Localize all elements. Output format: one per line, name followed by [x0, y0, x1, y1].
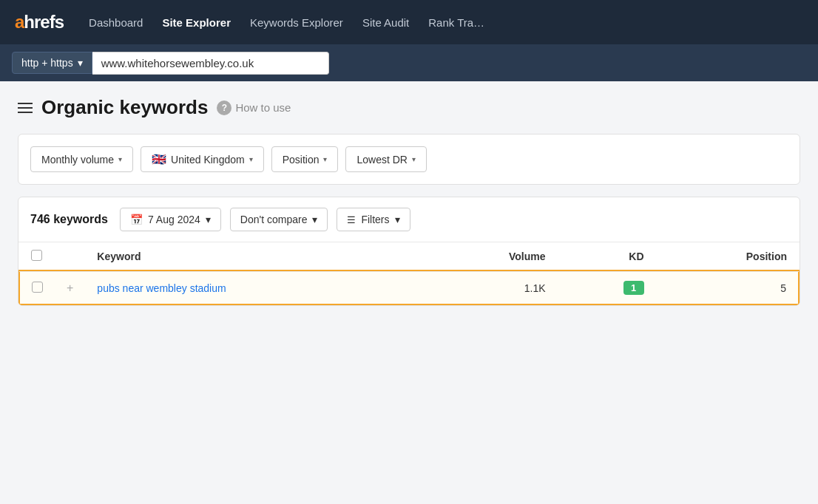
header-keyword: Keyword	[85, 242, 423, 271]
monthly-volume-label: Monthly volume	[41, 154, 114, 166]
header-plus-col	[55, 242, 85, 271]
lowest-dr-filter[interactable]: Lowest DR ▾	[345, 146, 426, 172]
page-header: Organic keywords ? How to use	[18, 96, 800, 119]
row-kd-cell: 1	[558, 271, 656, 304]
table-row: + pubs near wembley stadium 1.1K 1 5	[19, 271, 799, 304]
row-volume: 1.1K	[524, 282, 546, 294]
position-filter[interactable]: Position ▾	[271, 146, 339, 172]
keywords-table: Keyword Volume KD Position + pubs nea	[18, 242, 800, 305]
table-header-row: Keyword Volume KD Position	[19, 242, 799, 271]
header-kd: KD	[558, 242, 656, 271]
header-checkbox-col	[19, 242, 55, 271]
position-chevron-icon: ▾	[323, 155, 327, 163]
row-checkbox[interactable]	[32, 282, 43, 293]
table-section: 746 keywords 📅 7 Aug 2024 ▾ Don't compar…	[18, 197, 800, 306]
page-title: Organic keywords	[41, 96, 208, 119]
country-filter[interactable]: 🇬🇧 United Kingdom ▾	[141, 146, 264, 172]
country-chevron-icon: ▾	[249, 155, 253, 163]
date-chevron-icon: ▾	[206, 214, 211, 225]
protocol-label: http + https	[21, 57, 73, 69]
header-position: Position	[656, 242, 799, 271]
compare-button[interactable]: Don't compare ▾	[230, 208, 328, 231]
monthly-volume-chevron-icon: ▾	[118, 155, 122, 163]
country-label: United Kingdom	[171, 154, 245, 166]
filters-label: Filters	[361, 214, 389, 225]
logo-a: a	[15, 12, 24, 33]
header-checkbox[interactable]	[31, 250, 42, 261]
hamburger-line-2	[18, 107, 33, 109]
keyword-link[interactable]: pubs near wembley stadium	[97, 282, 226, 294]
nav-keywords-explorer[interactable]: Keywords Explorer	[243, 12, 351, 33]
hamburger-line-3	[18, 112, 33, 113]
main-content: Organic keywords ? How to use Monthly vo…	[0, 81, 818, 321]
hamburger-icon[interactable]	[18, 103, 33, 113]
calendar-icon: 📅	[130, 214, 143, 225]
help-circle-icon: ?	[217, 101, 231, 115]
nav-links: Dashboard Site Explorer Keywords Explore…	[81, 12, 492, 33]
top-navigation: ahrefs Dashboard Site Explorer Keywords …	[0, 0, 818, 44]
keywords-count: 746 keywords	[30, 213, 108, 226]
table-toolbar: 746 keywords 📅 7 Aug 2024 ▾ Don't compar…	[18, 197, 800, 242]
url-display[interactable]: www.whitehorsewembley.co.uk	[101, 57, 254, 69]
nav-site-audit[interactable]: Site Audit	[355, 12, 416, 33]
protocol-chevron-icon: ▾	[78, 57, 83, 69]
filters-button[interactable]: ☰ Filters ▾	[337, 208, 410, 231]
url-input-wrapper: www.whitehorsewembley.co.uk	[92, 52, 329, 75]
nav-dashboard[interactable]: Dashboard	[81, 12, 150, 33]
logo-text: hrefs	[24, 12, 64, 33]
monthly-volume-filter[interactable]: Monthly volume ▾	[30, 146, 133, 172]
row-keyword-cell: pubs near wembley stadium	[85, 271, 423, 304]
kd-badge: 1	[623, 281, 644, 295]
position-label: Position	[283, 154, 320, 166]
nav-site-explorer[interactable]: Site Explorer	[155, 12, 238, 33]
filters-chevron-icon: ▾	[395, 214, 400, 225]
filter-row: Monthly volume ▾ 🇬🇧 United Kingdom ▾ Pos…	[18, 134, 800, 185]
lowest-dr-chevron-icon: ▾	[412, 155, 416, 163]
logo[interactable]: ahrefs	[15, 12, 64, 33]
compare-chevron-icon: ▾	[312, 214, 317, 225]
row-add-icon[interactable]: +	[67, 282, 73, 294]
row-position-cell: 5	[656, 271, 799, 304]
compare-label: Don't compare	[240, 214, 308, 225]
date-label: 7 Aug 2024	[148, 214, 200, 225]
row-add-cell: +	[55, 271, 85, 304]
country-flag-icon: 🇬🇧	[152, 152, 166, 166]
filter-lines-icon: ☰	[347, 214, 356, 225]
protocol-selector[interactable]: http + https ▾	[12, 52, 92, 74]
url-bar: http + https ▾ www.whitehorsewembley.co.…	[0, 44, 818, 81]
row-checkbox-cell	[19, 271, 55, 304]
how-to-use-label: How to use	[235, 101, 291, 114]
header-volume: Volume	[424, 242, 558, 271]
nav-rank-tracker[interactable]: Rank Tra…	[421, 12, 492, 33]
hamburger-line-1	[18, 103, 33, 104]
lowest-dr-label: Lowest DR	[356, 154, 407, 166]
date-picker-button[interactable]: 📅 7 Aug 2024 ▾	[120, 208, 221, 231]
row-position: 5	[780, 282, 786, 294]
how-to-use-link[interactable]: ? How to use	[217, 101, 291, 115]
row-volume-cell: 1.1K	[424, 271, 558, 304]
